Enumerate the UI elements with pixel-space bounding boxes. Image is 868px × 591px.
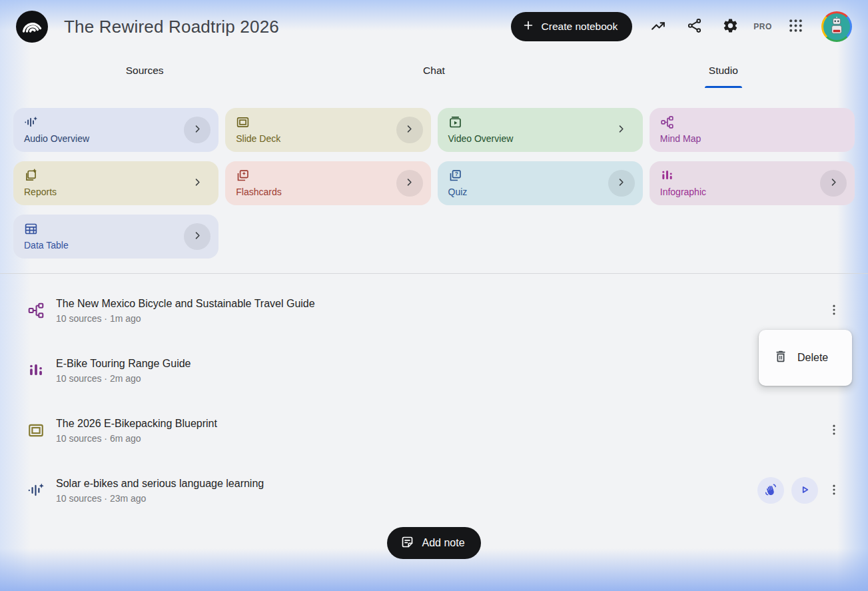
artifact-row-slide-deck[interactable]: The 2026 E-Bikepacking Blueprint 10 sour… (0, 400, 868, 460)
artifact-title: Solar e-bikes and serious language learn… (56, 478, 264, 490)
artifact-meta: 10 sources · 1m ago (56, 313, 315, 324)
card-reports[interactable]: Reports (13, 161, 218, 205)
slide-deck-icon (236, 115, 420, 129)
account-avatar[interactable] (821, 11, 852, 42)
robot-avatar-image (823, 13, 850, 40)
create-notebook-button[interactable]: Create notebook (511, 12, 633, 41)
share-icon (686, 17, 703, 36)
create-notebook-label: Create notebook (542, 21, 618, 33)
slide-deck-icon (27, 421, 45, 440)
card-video-overview[interactable]: Video Overview (438, 108, 643, 152)
card-label: Flashcards (236, 187, 420, 197)
infographic-bars-icon (27, 361, 45, 380)
card-label: Slide Deck (236, 133, 420, 144)
open-audio-overview-button[interactable] (184, 117, 211, 143)
note-icon (400, 535, 414, 552)
card-flashcards[interactable]: Flashcards (225, 161, 430, 205)
card-slide-deck[interactable]: Slide Deck (225, 108, 430, 152)
tab-chat[interactable]: Chat (289, 53, 578, 88)
chevron-right-icon (403, 176, 416, 191)
card-label: Quiz (448, 187, 632, 197)
card-label: Video Overview (448, 133, 632, 144)
trash-icon (773, 349, 788, 366)
studio-card-grid: Audio Overview Slide Deck Video Overview (0, 88, 868, 259)
open-data-table-button[interactable] (184, 223, 211, 250)
interactive-mode-button[interactable] (757, 477, 784, 504)
flashcards-icon (236, 169, 420, 183)
mind-map-icon (27, 301, 45, 320)
mind-map-icon (660, 115, 844, 129)
pro-badge: PRO (753, 22, 772, 31)
panel-tabs: Sources Chat Studio (0, 53, 868, 88)
share-button[interactable] (684, 17, 704, 37)
trending-up-icon (650, 17, 667, 36)
notebooklm-logo-icon[interactable] (16, 11, 48, 43)
apps-grid-icon (787, 17, 804, 36)
card-infographic[interactable]: Infographic (650, 161, 855, 205)
chevron-right-icon (827, 176, 840, 191)
interactive-hand-icon (763, 482, 778, 499)
chevron-right-icon (191, 123, 204, 137)
card-label: Reports (24, 187, 208, 197)
google-apps-button[interactable] (785, 17, 805, 37)
add-note-button[interactable]: Add note (387, 527, 480, 559)
video-overview-icon (448, 115, 632, 129)
artifact-title: The 2026 E-Bikepacking Blueprint (56, 418, 217, 430)
artifact-row-infographic[interactable]: E-Bike Touring Range Guide 10 sources · … (0, 340, 868, 400)
kebab-menu-icon (827, 302, 841, 319)
artifact-row-mind-map[interactable]: The New Mexico Bicycle and Sustainable T… (0, 281, 868, 340)
reports-icon (24, 169, 208, 183)
artifact-more-options-button[interactable] (825, 480, 843, 501)
header-actions: Create notebook PRO (511, 11, 852, 42)
infographic-bars-icon (660, 169, 844, 183)
card-audio-overview[interactable]: Audio Overview (13, 108, 218, 152)
app-header: The Rewired Roadtrip 2026 Create noteboo… (0, 0, 868, 53)
card-quiz[interactable]: ? Quiz (438, 161, 643, 205)
analytics-trending-button[interactable] (648, 17, 668, 37)
card-data-table[interactable]: Data Table (13, 215, 218, 259)
audio-waveform-sparkle-icon (24, 115, 208, 129)
kebab-menu-icon (827, 482, 841, 499)
artifact-title: E-Bike Touring Range Guide (56, 358, 191, 370)
chevron-right-icon (615, 123, 628, 137)
plus-icon (522, 19, 535, 35)
tab-sources[interactable]: Sources (0, 53, 289, 88)
kebab-menu-icon (827, 422, 841, 439)
artifact-more-options-button[interactable] (825, 420, 843, 441)
audio-waveform-sparkle-icon (27, 481, 45, 500)
play-icon (797, 482, 812, 499)
artifact-more-options-button[interactable] (825, 300, 843, 321)
artifact-meta: 10 sources · 2m ago (56, 373, 191, 384)
tab-studio[interactable]: Studio (579, 53, 868, 88)
studio-artifact-list: The New Mexico Bicycle and Sustainable T… (0, 274, 868, 559)
open-quiz-button[interactable] (608, 170, 635, 197)
svg-text:?: ? (454, 171, 458, 177)
chevron-right-icon (403, 123, 416, 137)
notebook-title[interactable]: The Rewired Roadtrip 2026 (64, 17, 279, 37)
add-note-container: Add note (0, 527, 868, 559)
open-video-overview-button[interactable] (615, 123, 628, 137)
chevron-right-icon (615, 176, 628, 191)
open-flashcards-button[interactable] (396, 170, 423, 197)
add-note-label: Add note (422, 537, 464, 549)
play-audio-button[interactable] (791, 477, 818, 504)
open-infographic-button[interactable] (820, 170, 847, 197)
data-table-icon (24, 222, 208, 236)
artifact-meta: 10 sources · 23m ago (56, 493, 264, 504)
artifact-row-audio-overview[interactable]: Solar e-bikes and serious language learn… (0, 460, 868, 520)
open-reports-button[interactable] (191, 177, 204, 190)
delete-menu-item[interactable]: Delete (759, 349, 852, 366)
artifact-title: The New Mexico Bicycle and Sustainable T… (56, 298, 315, 310)
artifact-meta: 10 sources · 6m ago (56, 433, 217, 444)
open-slide-deck-button[interactable] (396, 117, 423, 143)
settings-gear-icon (722, 17, 739, 36)
quiz-icon: ? (448, 169, 632, 183)
notebooklm-app: The Rewired Roadtrip 2026 Create noteboo… (0, 0, 868, 591)
card-label: Infographic (660, 187, 844, 197)
delete-menu-label: Delete (797, 352, 828, 364)
artifact-context-menu: Delete (759, 330, 852, 386)
card-mind-map[interactable]: Mind Map (650, 108, 855, 152)
settings-button[interactable] (720, 17, 740, 37)
card-label: Audio Overview (24, 133, 208, 144)
chevron-right-icon (191, 229, 204, 244)
